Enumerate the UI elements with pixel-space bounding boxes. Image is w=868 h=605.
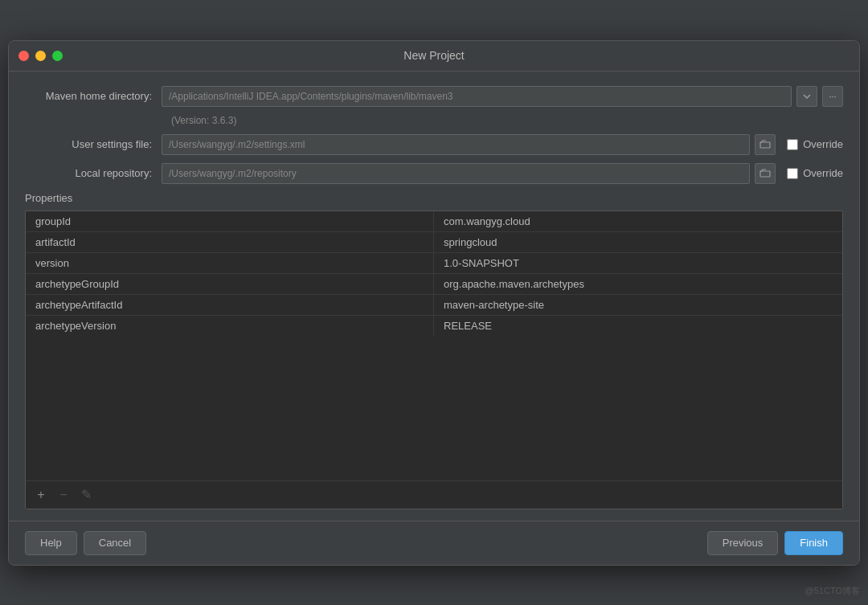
watermark: @51CTO博客	[805, 585, 860, 597]
local-repo-override-wrap: Override	[787, 167, 843, 179]
traffic-lights	[18, 51, 63, 61]
user-settings-browse-btn[interactable]	[755, 134, 776, 155]
table-row[interactable]: archetypeArtifactId maven-archetype-site	[26, 295, 842, 316]
maven-version: (Version: 3.6.3)	[171, 115, 843, 126]
footer-right: Previous Finish	[707, 531, 843, 555]
minimize-button[interactable]	[35, 51, 46, 61]
user-settings-override-label[interactable]: Override	[803, 138, 843, 150]
local-repo-override-checkbox[interactable]	[787, 168, 798, 179]
user-settings-label: User settings file:	[25, 138, 162, 150]
user-settings-override-checkbox[interactable]	[787, 139, 798, 150]
help-button[interactable]: Help	[25, 531, 77, 555]
table-row[interactable]: artifactId springcloud	[26, 232, 842, 253]
user-settings-input-wrap: Override	[162, 134, 843, 155]
add-property-button[interactable]: +	[32, 486, 50, 504]
prop-value: RELEASE	[434, 316, 842, 336]
prop-value: org.apache.maven.archetypes	[434, 274, 842, 294]
window-title: New Project	[403, 49, 464, 62]
prop-rows-container: groupId com.wangyg.cloud artifactId spri…	[26, 211, 842, 336]
table-row[interactable]: archetypeGroupId org.apache.maven.archet…	[26, 274, 842, 295]
prop-key: artifactId	[26, 232, 434, 252]
prop-key: archetypeGroupId	[26, 274, 434, 294]
titlebar: New Project	[9, 41, 859, 72]
prop-key: archetypeArtifactId	[26, 295, 434, 315]
prop-value: maven-archetype-site	[434, 295, 842, 315]
prop-value: com.wangyg.cloud	[434, 211, 842, 231]
remove-property-button[interactable]: −	[55, 486, 72, 504]
maven-home-label: Maven home directory:	[25, 90, 162, 102]
prop-key: archetypeVersion	[26, 316, 434, 336]
previous-button[interactable]: Previous	[707, 531, 779, 555]
user-settings-input[interactable]	[162, 134, 750, 155]
main-window: New Project Maven home directory: ··· (V…	[8, 40, 860, 566]
close-button[interactable]	[18, 51, 29, 61]
table-row[interactable]: groupId com.wangyg.cloud	[26, 211, 842, 232]
local-repo-browse-btn[interactable]	[755, 163, 776, 184]
maximize-button[interactable]	[52, 51, 63, 61]
maven-home-browse-btn[interactable]: ···	[822, 86, 843, 107]
prop-value: 1.0-SNAPSHOT	[434, 253, 842, 273]
footer: Help Cancel Previous Finish	[9, 521, 859, 565]
properties-section: Properties groupId com.wangyg.cloud arti…	[25, 192, 843, 509]
local-repo-input-wrap: Override	[162, 163, 843, 184]
local-repo-input[interactable]	[162, 163, 750, 184]
table-row[interactable]: archetypeVersion RELEASE	[26, 316, 842, 336]
prop-key: groupId	[26, 211, 434, 231]
maven-home-dropdown-btn[interactable]	[796, 86, 817, 107]
table-row[interactable]: version 1.0-SNAPSHOT	[26, 253, 842, 274]
maven-home-row: Maven home directory: ···	[25, 86, 843, 107]
prop-spacer	[26, 336, 842, 480]
user-settings-override-wrap: Override	[787, 138, 843, 150]
content-area: Maven home directory: ··· (Version: 3.6.…	[9, 72, 859, 521]
svg-rect-0	[760, 142, 770, 148]
maven-home-input-wrap: ···	[162, 86, 843, 107]
properties-label: Properties	[25, 192, 843, 204]
prop-key: version	[26, 253, 434, 273]
svg-rect-1	[760, 171, 770, 177]
edit-property-button[interactable]: ✎	[77, 486, 95, 504]
local-repo-override-label[interactable]: Override	[803, 167, 843, 179]
prop-value: springcloud	[434, 232, 842, 252]
finish-button[interactable]: Finish	[784, 531, 843, 555]
user-settings-row: User settings file: Override	[25, 134, 843, 155]
properties-table: groupId com.wangyg.cloud artifactId spri…	[25, 211, 843, 509]
maven-home-input[interactable]	[162, 86, 792, 107]
cancel-button[interactable]: Cancel	[84, 531, 146, 555]
local-repo-label: Local repository:	[25, 167, 162, 179]
local-repo-row: Local repository: Override	[25, 163, 843, 184]
properties-toolbar: + − ✎	[26, 480, 842, 509]
